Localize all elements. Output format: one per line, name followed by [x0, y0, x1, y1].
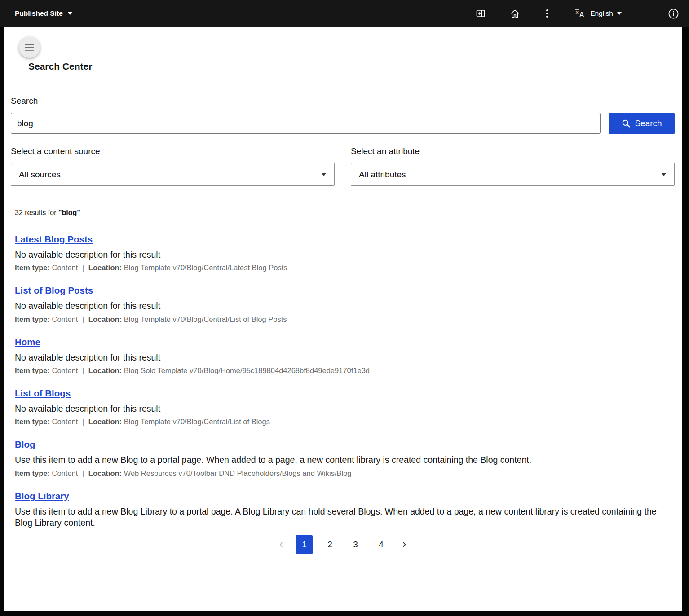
content-source-select[interactable]: All sources [11, 163, 335, 186]
search-result: Home No available description for this r… [15, 337, 671, 375]
item-type-label: Item type: [15, 264, 50, 272]
result-link[interactable]: List of Blog Posts [15, 285, 93, 296]
next-page-button[interactable] [398, 538, 410, 551]
search-section: Search Search Select a content source Al… [4, 86, 682, 195]
filters-row: Select a content source All sources Sele… [11, 146, 675, 186]
meta-separator: | [82, 366, 84, 374]
hamburger-icon [25, 44, 34, 51]
content-source-filter: Select a content source All sources [11, 146, 335, 186]
result-link[interactable]: Blog [15, 439, 35, 450]
result-description: Use this item to add a new Blog Library … [15, 506, 671, 529]
preview-pane-icon [475, 8, 486, 19]
search-result: List of Blog Posts No available descript… [15, 285, 671, 323]
search-result: List of Blogs No available description f… [15, 388, 671, 426]
search-icon [622, 119, 631, 128]
attribute-label: Select an attribute [351, 146, 675, 156]
overflow-menu-button[interactable] [540, 7, 554, 20]
meta-separator: | [82, 315, 84, 323]
location-value: Blog Template v70/Blog/Central/List of B… [124, 418, 270, 426]
location-label: Location: [88, 469, 122, 477]
item-type-value: Content [52, 418, 78, 426]
search-result: Blog Library Use this item to add a new … [15, 491, 671, 529]
location-label: Location: [88, 418, 122, 426]
location-label: Location: [88, 315, 122, 323]
result-description: Use this item to add a new Blog to a por… [15, 454, 671, 466]
item-type-label: Item type: [15, 315, 50, 323]
item-type-value: Content [52, 469, 78, 477]
results-summary-term: "blog" [58, 209, 80, 216]
result-meta: Item type: Content | Location: Blog Temp… [15, 418, 671, 426]
preview-pane-button[interactable] [474, 7, 487, 20]
content-source-label: Select a content source [11, 146, 335, 156]
chevron-right-icon [399, 540, 409, 550]
chevron-down-icon [322, 173, 326, 176]
meta-separator: | [82, 264, 84, 272]
svg-text:x: x [576, 9, 579, 15]
svg-text:A: A [579, 11, 584, 19]
result-description: No available description for this result [15, 403, 671, 414]
overflow-menu-icon [542, 8, 552, 19]
page-header: Search Center [4, 27, 682, 86]
topbar: Published Site [0, 0, 689, 27]
location-value: Blog Template v70/Blog/Central/List of B… [124, 315, 287, 323]
result-link[interactable]: List of Blogs [15, 388, 71, 399]
search-result: Latest Blog Posts No available descripti… [15, 234, 671, 272]
result-description: No available description for this result [15, 249, 671, 260]
chevron-left-icon [276, 540, 286, 550]
info-icon [667, 8, 680, 20]
result-description: No available description for this result [15, 300, 671, 312]
result-link[interactable]: Blog Library [15, 491, 69, 502]
translate-icon: x A [574, 8, 586, 19]
results-section: 32 results for "blog" Latest Blog Posts … [4, 209, 682, 554]
location-value: Web Resources v70/Toolbar DND Placeholde… [124, 469, 352, 477]
chevron-down-icon [617, 12, 622, 15]
page-button-2[interactable]: 2 [322, 535, 338, 554]
page-button-1[interactable]: 1 [296, 535, 313, 554]
info-button[interactable] [667, 7, 680, 20]
page-button-4[interactable]: 4 [373, 535, 389, 554]
chevron-down-icon [68, 12, 72, 15]
page-content: Search Center Search Search Select a con… [4, 27, 682, 611]
result-meta: Item type: Content | Location: Blog Solo… [15, 366, 671, 375]
content-source-value: All sources [19, 170, 61, 180]
result-meta: Item type: Content | Location: Blog Temp… [15, 264, 671, 272]
result-description: No available description for this result [15, 352, 671, 363]
search-button[interactable]: Search [609, 113, 675, 134]
home-icon [509, 8, 521, 19]
app-window: Published Site [0, 0, 689, 611]
location-value: Blog Solo Template v70/Blog/Home/95c1898… [124, 366, 370, 374]
location-label: Location: [88, 264, 122, 272]
item-type-value: Content [52, 366, 78, 374]
language-label: English [590, 9, 613, 18]
site-mode-selector[interactable]: Published Site [15, 9, 72, 18]
menu-toggle-button[interactable] [19, 37, 40, 58]
meta-separator: | [82, 469, 84, 477]
result-meta: Item type: Content | Location: Web Resou… [15, 469, 671, 478]
topbar-actions: x A English [474, 7, 680, 20]
location-label: Location: [88, 366, 122, 374]
location-value: Blog Template v70/Blog/Central/Latest Bl… [124, 264, 287, 272]
item-type-label: Item type: [15, 469, 50, 477]
results-summary: 32 results for "blog" [15, 209, 671, 217]
previous-page-button[interactable] [275, 538, 287, 551]
meta-separator: | [82, 418, 84, 426]
search-button-label: Search [635, 119, 662, 128]
item-type-value: Content [52, 315, 78, 323]
item-type-value: Content [52, 264, 78, 272]
results-summary-text: 32 results for [15, 209, 56, 216]
search-input[interactable] [11, 113, 601, 134]
home-button[interactable] [508, 7, 521, 20]
language-selector[interactable]: x A English [574, 8, 622, 19]
item-type-label: Item type: [15, 418, 50, 426]
page-title: Search Center [28, 61, 92, 72]
site-mode-label: Published Site [15, 9, 63, 18]
search-result: Blog Use this item to add a new Blog to … [15, 439, 671, 477]
result-link[interactable]: Home [15, 337, 40, 348]
chevron-down-icon [662, 173, 666, 176]
item-type-label: Item type: [15, 366, 50, 374]
pagination: 1 2 3 4 [15, 535, 671, 554]
result-link[interactable]: Latest Blog Posts [15, 234, 93, 245]
attribute-select[interactable]: All attributes [351, 163, 675, 186]
result-meta: Item type: Content | Location: Blog Temp… [15, 315, 671, 324]
page-button-3[interactable]: 3 [347, 535, 364, 554]
